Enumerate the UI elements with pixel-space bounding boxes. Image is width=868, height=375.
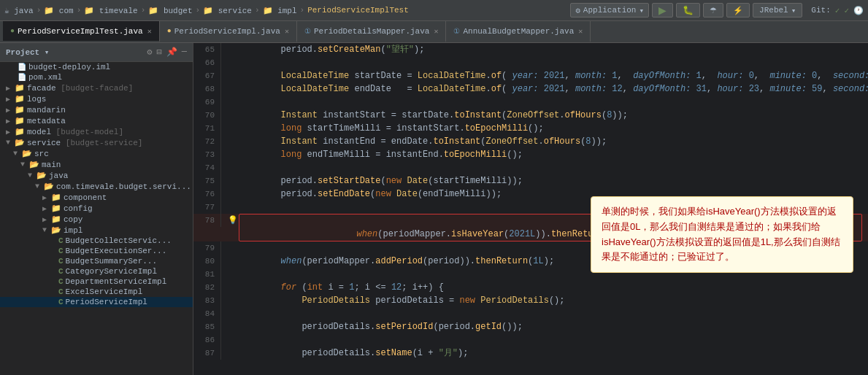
sidebar-label-copy: copy: [64, 215, 82, 224]
jrebel-chevron: ▾: [791, 6, 796, 15]
expand-arrow: ▼: [28, 171, 37, 179]
app-selector-label: Application: [583, 6, 637, 15]
close-icon-test[interactable]: ✕: [147, 27, 152, 36]
annotation-text: 单测的时候，我们如果给isHaveYear()方法模拟设置的返回值是0L，那么我…: [602, 206, 840, 262]
sidebar: Project ▾ ⚙ ⊟ 📌 — 📄 budget-deploy.iml 📄 …: [0, 43, 193, 375]
sidebar-label-pom: pom.xml: [28, 73, 62, 82]
sidebar-settings-icon[interactable]: ⚙: [147, 47, 152, 58]
java-icon-summary: C: [58, 257, 64, 266]
sidebar-item-pom[interactable]: 📄 pom.xml: [0, 72, 193, 82]
breadcrumb-timevale[interactable]: 📁 timevale: [84, 6, 137, 15]
code-editor[interactable]: 65 period.setCreateMan("望轩"); 66 67 Loca…: [193, 43, 868, 375]
code-line-67: 67 LocalDateTime startDate = LocalDateTi…: [193, 69, 868, 82]
sidebar-title: Project ▾: [6, 47, 49, 57]
folder-icon-logs: 📁: [15, 94, 25, 104]
code-line-73: 73 long endTimeMilli = instantEnd.toEpoc…: [193, 148, 868, 161]
sidebar-item-main[interactable]: ▼ 📂 main: [0, 159, 193, 170]
sidebar-label-department: DepartmentServiceImpl: [66, 277, 167, 286]
expand-arrow: ▼: [42, 226, 51, 234]
sidebar-label-com: com.timevale.budget.servi...: [56, 182, 191, 191]
tab-icon-impl: ●: [167, 27, 172, 35]
sidebar-item-department[interactable]: C DepartmentServiceImpl: [0, 277, 193, 287]
sidebar-close-icon[interactable]: —: [182, 47, 187, 58]
profile-icon: ⚡: [733, 6, 743, 15]
sidebar-label-src: src: [34, 150, 49, 158]
close-icon-mapper[interactable]: ✕: [434, 27, 438, 36]
close-icon-annual[interactable]: ✕: [578, 27, 583, 36]
sidebar-item-metadata[interactable]: ▶ 📁 metadata: [0, 115, 193, 126]
sidebar-item-config[interactable]: ▶ 📁 config: [0, 203, 193, 214]
code-line-83: 83 PeriodDetails periodDetails = new Per…: [193, 294, 868, 307]
tab-period-service-impl[interactable]: ● PeriodServiceImpl.java ✕: [160, 21, 297, 42]
coverage-icon: ☂: [710, 6, 717, 15]
debug-button[interactable]: 🐛: [676, 3, 700, 18]
sidebar-item-impl[interactable]: ▼ 📂 impl: [0, 225, 193, 236]
sidebar-label-budget-collect: BudgetCollectServic...: [66, 236, 172, 245]
sidebar-item-budget-summary[interactable]: C BudgetSummarySer...: [0, 256, 193, 266]
sidebar-pin-icon[interactable]: 📌: [166, 47, 177, 58]
jrebel-label: JRebel: [759, 6, 788, 15]
folder-icon-copy: 📁: [51, 214, 61, 224]
code-line-84: 84: [193, 307, 868, 320]
close-icon-impl[interactable]: ✕: [285, 27, 289, 36]
git-status: Git: ✓ ✓ 🕐: [811, 6, 864, 15]
sidebar-label-java: java: [49, 171, 68, 180]
app-selector[interactable]: ⚙ Application ▾: [570, 3, 649, 18]
java-icon-collect: C: [58, 236, 64, 245]
sidebar-item-model[interactable]: ▶ 📁 model [budget-model]: [0, 126, 193, 137]
sidebar-item-src[interactable]: ▼ 📂 src: [0, 148, 193, 159]
sidebar-label-metadata: metadata: [27, 117, 66, 125]
code-line-65: 65 period.setCreateMan("望轩");: [193, 43, 868, 56]
breadcrumb-com[interactable]: 📁 com: [44, 6, 73, 15]
breadcrumb-budget[interactable]: 📁 budget: [148, 6, 192, 15]
breadcrumb-impl[interactable]: 📁 impl: [263, 6, 297, 15]
expand-arrow: ▶: [42, 204, 51, 213]
code-line-75: 75 period.setStartDate(new Date(startTim…: [193, 174, 868, 188]
sidebar-label-category: CategoryServiceImpl: [66, 267, 157, 276]
sidebar-item-com-timevale[interactable]: ▼ 📂 com.timevale.budget.servi...: [0, 181, 193, 192]
sidebar-item-budget-collect[interactable]: C BudgetCollectServic...: [0, 236, 193, 246]
debug-icon: 🐛: [683, 5, 694, 15]
tab-label-mapper: PeriodDetailsMapper.java: [314, 27, 429, 36]
tab-period-details-mapper[interactable]: ① PeriodDetailsMapper.java ✕: [297, 21, 446, 42]
folder-icon-impl: 📂: [51, 225, 61, 235]
code-line-74: 74: [193, 161, 868, 174]
jrebel-selector[interactable]: JRebel ▾: [753, 3, 802, 18]
tab-annual-budget-mapper[interactable]: ① AnnualBudgetMapper.java ✕: [446, 21, 591, 42]
sidebar-item-service[interactable]: ▼ 📂 service [budget-service]: [0, 137, 193, 148]
sidebar-item-facade[interactable]: ▶ 📁 facade [budget-facade]: [0, 82, 193, 93]
run-icon: ▶: [658, 4, 667, 16]
coverage-button[interactable]: ☂: [703, 3, 723, 18]
folder-icon-component: 📁: [51, 193, 61, 202]
expand-arrow: ▼: [35, 182, 44, 190]
sidebar-item-category[interactable]: C CategoryServiceImpl: [0, 266, 193, 277]
sidebar-item-mandarin[interactable]: ▶ 📁 mandarin: [0, 104, 193, 115]
profile-button[interactable]: ⚡: [726, 3, 750, 18]
code-content[interactable]: 65 period.setCreateMan("望轩"); 66 67 Loca…: [193, 43, 868, 375]
sidebar-item-budget-deploy[interactable]: 📄 budget-deploy.iml: [0, 62, 193, 72]
sidebar-item-component[interactable]: ▶ 📁 component: [0, 192, 193, 203]
breadcrumb-java[interactable]: ☕ java: [4, 6, 34, 15]
breadcrumb-file[interactable]: PeriodServiceImplTest: [307, 6, 409, 15]
tab-label-annual: AnnualBudgetMapper.java: [463, 27, 574, 36]
sidebar-item-excel[interactable]: C ExcelServiceImpl: [0, 287, 193, 297]
tab-period-service-impl-test[interactable]: ● PeriodServiceImplTest.java ✕: [3, 21, 160, 42]
java-icon-department: C: [58, 277, 64, 286]
file-icon-iml: 📄: [18, 63, 26, 71]
sidebar-item-period[interactable]: C PeriodServiceImpl: [0, 297, 193, 307]
tab-icon-test: ●: [10, 27, 15, 35]
expand-arrow: ▼: [13, 150, 22, 158]
sidebar-layout-icon[interactable]: ⊟: [157, 47, 162, 58]
breadcrumb-service[interactable]: 📁 service: [203, 6, 252, 15]
chevron-down-icon: ▾: [639, 6, 644, 15]
sidebar-item-logs[interactable]: ▶ 📁 logs: [0, 93, 193, 104]
tab-icon-mapper: ①: [304, 27, 311, 36]
sidebar-item-copy[interactable]: ▶ 📁 copy: [0, 214, 193, 225]
code-line-87: 87 periodDetails.setName(i + "月");: [193, 347, 868, 360]
folder-icon-src: 📂: [22, 149, 32, 158]
folder-icon-java: 📂: [37, 171, 47, 180]
sidebar-item-java[interactable]: ▼ 📂 java: [0, 170, 193, 181]
run-button[interactable]: ▶: [652, 3, 673, 18]
folder-icon-mandarin: 📁: [15, 105, 25, 115]
sidebar-item-budget-execution[interactable]: C BudgetExecutionSer...: [0, 246, 193, 256]
